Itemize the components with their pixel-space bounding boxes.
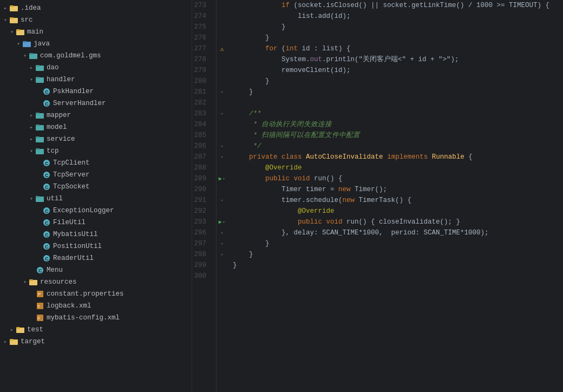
code-line: } [233, 238, 563, 249]
tree-item-TcpServer[interactable]: CTcpServer [0, 169, 192, 181]
fold-icon[interactable]: ▾ [220, 230, 223, 236]
token-kw: public [265, 173, 290, 184]
tree-arrow [9, 326, 15, 333]
tree-item-ServerHandler[interactable]: CServerHandler [0, 97, 192, 109]
tree-item-logback.xml[interactable]: Xlogback.xml [0, 300, 192, 312]
tree-item-com.goldmel.gms[interactable]: com.goldmel.gms [0, 50, 192, 62]
token-annot: @Override [298, 206, 335, 217]
properties-icon: P [36, 290, 44, 298]
gutter-line [217, 130, 227, 141]
token-plain [428, 152, 432, 162]
gutter-line [217, 11, 227, 22]
token-plain [233, 108, 249, 119]
tree-item-ReaderUtil[interactable]: CReaderUtil [0, 252, 192, 264]
tree-arrow [28, 195, 35, 202]
tree-item-FileUtil[interactable]: CFileUtil [0, 217, 192, 228]
line-number: 289 [192, 173, 211, 184]
tree-item-service[interactable]: service [0, 133, 192, 145]
code-line: } [233, 260, 563, 271]
tree-item-TcpClient[interactable]: CTcpClient [0, 157, 192, 169]
tree-item-test[interactable]: test [0, 324, 192, 336]
tree-item-src[interactable]: src [0, 14, 192, 26]
token-plain: run() { closeInvalidate(); } [343, 217, 461, 227]
tree-item-label: model [47, 123, 67, 131]
gutter-line [217, 32, 227, 43]
svg-rect-19 [36, 113, 40, 114]
tree-item-target[interactable]: target [0, 336, 192, 348]
tree-item-resources[interactable]: resources [0, 276, 192, 288]
tree-item-label: MybatisUtil [53, 231, 98, 238]
tree-item-mybatis-config.xml[interactable]: Xmybatis-config.xml [0, 312, 192, 324]
code-line: } [233, 249, 563, 260]
run-icon[interactable]: ▶ [219, 219, 222, 225]
fold-icon[interactable]: ▾ [222, 176, 225, 182]
tree-item-model[interactable]: model [0, 121, 192, 133]
gutter-line [217, 260, 227, 271]
tree-item-mapper[interactable]: mapper [0, 109, 192, 121]
tree-arrow [2, 338, 9, 345]
tree-item-java[interactable]: java [0, 38, 192, 50]
fold-icon[interactable]: ▾ [222, 219, 225, 225]
tree-item-dao[interactable]: dao [0, 62, 192, 74]
line-number: 283 [192, 108, 211, 119]
class-icon: C [42, 87, 51, 96]
tree-item-tcp[interactable]: tcp [0, 145, 192, 157]
tree-item-PskHandler[interactable]: CPskHandler [0, 86, 192, 97]
token-plain: list.add(id); [233, 11, 351, 22]
svg-text:C: C [45, 185, 49, 190]
tree-item-ExceptionLogger[interactable]: CExceptionLogger [0, 205, 192, 217]
tree-arrow [28, 124, 35, 130]
tree-arrow [22, 279, 28, 285]
class-icon: C [42, 99, 51, 108]
tree-item-PositionUtil[interactable]: CPositionUtil [0, 240, 192, 252]
tree-item-label: ServerHandler [53, 100, 106, 107]
gutter-line [217, 22, 227, 32]
tree-arrow [28, 112, 35, 119]
gutter: ⚠▾▾▾▾▶▾▾▶▾▾▾▾ [217, 0, 227, 392]
fold-icon[interactable]: ▾ [220, 89, 223, 95]
run-icon[interactable]: ▶ [219, 175, 222, 182]
token-plain: System. [233, 54, 310, 65]
gutter-line [217, 206, 227, 217]
tree-item-main[interactable]: main [0, 26, 192, 38]
token-comment: * 扫描间隔可以在配置文件中配置 [233, 130, 360, 141]
token-plain [278, 152, 282, 162]
svg-rect-11 [36, 65, 40, 67]
tree-item-idea[interactable]: .idea [0, 2, 192, 14]
fold-icon[interactable]: ▾ [220, 252, 223, 258]
line-numbers: 2732742752762772782792802812822832842852… [192, 0, 217, 392]
tree-item-MybatisUtil[interactable]: CMybatisUtil [0, 228, 192, 240]
tree-item-TcpSocket[interactable]: CTcpSocket [0, 181, 192, 193]
fold-icon[interactable]: ▾ [220, 143, 223, 149]
tree-item-handler[interactable]: handler [0, 74, 192, 86]
svg-text:C: C [45, 208, 49, 214]
gutter-line [217, 271, 227, 282]
tree-item-constant.properties[interactable]: Pconstant.properties [0, 288, 192, 300]
editor-area: 2732742752762772782792802812822832842852… [192, 0, 563, 392]
folder-teal-icon [29, 51, 38, 60]
fold-icon[interactable]: ▾ [220, 111, 223, 117]
fold-icon[interactable]: ▾ [220, 154, 223, 160]
gutter-line [217, 97, 227, 108]
fold-icon[interactable]: ▾ [220, 198, 223, 204]
svg-rect-9 [29, 53, 33, 55]
svg-rect-47 [29, 279, 33, 281]
code-line: public void run() { [233, 173, 563, 184]
token-plain: Timer(); [351, 184, 388, 195]
fold-icon[interactable]: ▾ [220, 241, 223, 247]
tree-item-label: PskHandler [53, 88, 94, 95]
token-annot: @Override [265, 162, 302, 173]
code-line: } [233, 22, 563, 32]
tree-item-Menu[interactable]: CMenu [0, 264, 192, 276]
code-line: } [233, 87, 563, 97]
gutter-line: ▾ [217, 238, 227, 249]
svg-text:C: C [45, 89, 49, 95]
tree-item-util[interactable]: util [0, 193, 192, 205]
tree-arrow [28, 148, 35, 154]
token-plain: } [233, 249, 253, 260]
gutter-line: ⚠ [217, 43, 227, 54]
folder-teal-icon [36, 194, 44, 203]
gutter-line [217, 54, 227, 65]
folder-teal-icon [36, 111, 44, 120]
folder-yellow-icon [29, 278, 38, 286]
